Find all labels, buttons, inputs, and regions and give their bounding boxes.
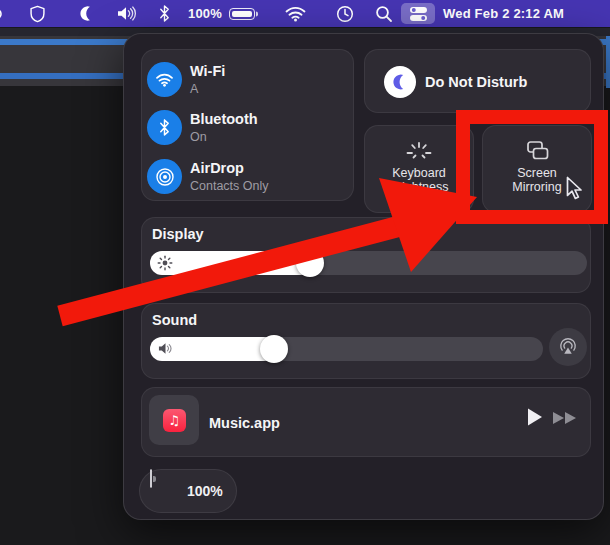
wifi-label: Wi-Fi [190,63,225,79]
do-not-disturb-label: Do Not Disturb [425,74,527,90]
wifi-icon[interactable] [285,0,306,27]
sound-slider[interactable] [150,337,543,361]
battery-percent-label: 100% [188,0,222,27]
bluetooth-icon[interactable] [158,0,171,27]
bluetooth-label: Bluetooth [190,111,258,127]
display-card: Display [141,217,591,293]
play-button[interactable] [526,407,544,431]
wifi-toggle-icon[interactable] [147,62,182,97]
airdrop-toggle-icon[interactable] [147,159,182,194]
airdrop-status: Contacts Only [190,179,269,193]
display-slider-fill [150,251,312,275]
mouse-cursor [566,176,586,205]
control-center-button[interactable] [401,3,435,24]
do-not-disturb-card[interactable]: Do Not Disturb [364,49,591,113]
volume-icon[interactable] [116,0,137,27]
screen: 100% Wed Feb 2 2:12 AM [0,0,610,545]
display-slider[interactable] [150,251,587,275]
music-app-thumbnail: ♫ [149,395,199,445]
battery-status-pill[interactable]: 100% [139,469,237,513]
fast-forward-button[interactable] [552,411,579,429]
bluetooth-row[interactable]: Bluetooth On [142,110,353,154]
wifi-status: A [190,82,198,96]
background-window-right-border [606,36,610,88]
menu-bar-clock[interactable]: Wed Feb 2 2:12 AM [443,0,564,27]
bluetooth-toggle-icon[interactable] [147,110,182,145]
brightness-sun-icon [157,255,173,275]
partial-status-icon [0,0,7,27]
display-label: Display [152,226,204,242]
battery-icon[interactable] [229,0,255,27]
clock-icon[interactable] [336,0,354,27]
airdrop-label: AirDrop [190,160,244,176]
airdrop-row[interactable]: AirDrop Contacts Only [142,159,353,203]
battery-pill-icon [150,469,152,488]
moon-icon[interactable] [78,0,95,27]
connectivity-card: Wi-Fi A Bluetooth On AirDrop Contacts On… [141,49,354,201]
airplay-audio-icon [558,338,578,356]
annotation-highlight-box [456,110,608,224]
music-app-icon: ♫ [163,409,186,432]
wifi-row[interactable]: Wi-Fi A [142,62,353,106]
display-slider-knob[interactable] [296,249,324,277]
battery-pill-label: 100% [187,470,223,513]
menu-bar: 100% Wed Feb 2 2:12 AM [0,0,610,27]
bluetooth-status: On [190,130,207,144]
music-app-label: Music.app [209,415,280,431]
airplay-audio-button[interactable] [549,328,587,366]
sound-slider-knob[interactable] [260,335,288,363]
music-card[interactable]: ♫ Music.app [141,387,591,457]
shield-icon[interactable] [29,0,46,27]
do-not-disturb-moon-icon[interactable] [384,66,416,98]
sound-card: Sound [141,303,591,379]
sound-label: Sound [152,312,197,328]
music-note-glyph: ♫ [168,413,180,428]
control-center-icon [409,6,428,22]
search-icon[interactable] [375,0,393,27]
speaker-icon [157,341,174,360]
control-center-panel: Wi-Fi A Bluetooth On AirDrop Contacts On… [123,33,604,520]
